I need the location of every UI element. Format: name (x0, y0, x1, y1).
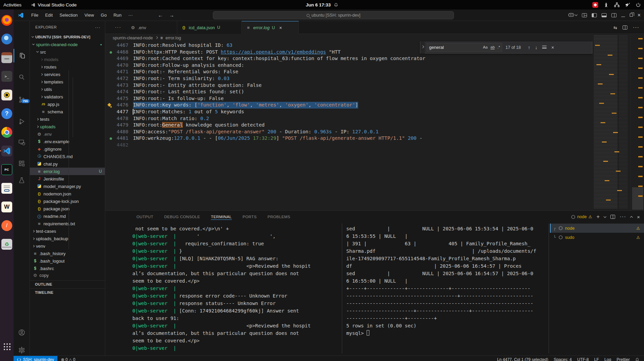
file--env-example[interactable]: $.env.example (30, 138, 105, 145)
activitybar-search-icon[interactable] (14, 71, 30, 84)
terminal-pane-node[interactable]: not seem to be covered.</p>\n' +0|web-se… (132, 225, 342, 352)
dock-item-show-applications[interactable] (1, 341, 12, 352)
activitybar-explorer-icon[interactable] (14, 49, 30, 62)
errors-count[interactable]: ⊗ 0 △ 0 (61, 357, 75, 361)
dock-item-chrome[interactable] (1, 127, 12, 138)
terminal-profile-dropdown-icon[interactable] (604, 215, 606, 218)
toggle-panel-icon[interactable] (602, 13, 607, 17)
menu-overflow-icon[interactable]: ··· (126, 12, 135, 19)
panel-tab-ports[interactable]: PORTS (243, 215, 257, 219)
statusbar-item[interactable]: LF (594, 357, 599, 361)
file--bashrc[interactable]: $.bashrc (30, 265, 105, 272)
file--bash-logout[interactable]: $.bash_logout (30, 257, 105, 265)
toggle-secondary-sidebar-icon[interactable] (611, 13, 617, 17)
tab-close-icon[interactable]: × (279, 25, 282, 31)
file-requirements-txt[interactable]: ≡requirements.txt (30, 220, 105, 227)
timeline-section[interactable]: TIMELINE (30, 288, 105, 296)
folder-services[interactable]: services (30, 71, 105, 78)
file--env[interactable]: ⚙.env (30, 130, 105, 138)
menu-file[interactable]: File (29, 12, 41, 19)
activitybar-settings-icon[interactable] (14, 343, 30, 357)
split-terminal-icon[interactable] (610, 215, 615, 219)
terminal-tab-sudo[interactable]: └sudo⚠ (550, 233, 644, 242)
activitybar-remote-explorer-icon[interactable] (14, 136, 30, 149)
focused-app-title[interactable]: Visual Studio Code (31, 2, 77, 7)
breadcrumb-folder[interactable]: spurrin-cleaned-node (113, 36, 153, 40)
folder-models[interactable]: models (30, 56, 105, 63)
find-toggle-replace-icon[interactable] (420, 41, 425, 54)
dock-item-document-viewer[interactable] (1, 183, 12, 194)
regex-icon[interactable]: .* (497, 45, 500, 50)
find-close-icon[interactable]: × (551, 45, 554, 50)
activities-button[interactable]: Activities (3, 2, 21, 7)
customize-layout-icon[interactable] (582, 13, 587, 17)
window-close-button[interactable]: × (638, 12, 641, 18)
file-app-js[interactable]: JSapp.js (30, 100, 105, 108)
folder-uploads-backup[interactable]: uploads_backup (30, 235, 105, 242)
terminal-tab-node[interactable]: ┌node⚠ (550, 224, 644, 233)
terminal-pane-sudo[interactable]: sed | NULL | 2025-06-06 15:53:54 | 2025-… (346, 225, 547, 337)
copilot-sparkle-icon[interactable] (107, 103, 113, 109)
activitybar-account-icon[interactable] (14, 326, 30, 339)
folder-templates[interactable]: templates (30, 78, 105, 86)
maximize-panel-icon[interactable] (630, 216, 633, 218)
file-jenkinsfile[interactable]: JJenkinsfile (30, 175, 105, 183)
editor[interactable]: 4467INFO:root:Resolved hospital ID: 6344… (105, 42, 592, 210)
close-panel-icon[interactable]: × (637, 214, 640, 220)
statusbar-item[interactable]: Spaces: 4 (554, 357, 572, 361)
statusbar-item[interactable]: UTF-8 (577, 357, 589, 361)
dock-item-thunderbird[interactable] (1, 34, 12, 44)
scrollbar-thumb[interactable] (632, 187, 643, 210)
tab--env[interactable]: ⚙.env (126, 21, 177, 34)
editor-more-actions-icon[interactable]: ··· (633, 24, 639, 31)
notifications-bell-icon[interactable] (635, 358, 639, 361)
file-chat-py[interactable]: chat.py (30, 160, 105, 168)
menu-edit[interactable]: Edit (42, 12, 55, 19)
folder-src[interactable]: src (30, 48, 105, 56)
statusbar-item[interactable]: Ln 4477, Col 1 (79 selected) (497, 357, 548, 361)
dock-item-trash[interactable]: ♻ (1, 239, 12, 250)
file-copy[interactable]: ⚙copy (30, 272, 105, 278)
folder-spurrin-cleaned-node[interactable]: spurrin-cleaned-node● (30, 41, 105, 48)
panel-tab-terminal[interactable]: TERMINAL (211, 215, 232, 220)
statusbar-item[interactable]: Log (604, 357, 611, 361)
outline-section[interactable]: OUTLINE (30, 280, 105, 288)
find-in-selection-icon[interactable] (542, 45, 547, 50)
explorer-actions-icon[interactable]: ··· (95, 25, 100, 30)
gnome-clock[interactable]: Jun 6 17:33 (306, 2, 338, 7)
folder-uploads[interactable]: uploads (30, 123, 105, 130)
match-case-icon[interactable]: Aa (483, 45, 487, 50)
window-restore-button[interactable] (630, 14, 633, 17)
panel-tab-debug-console[interactable]: DEBUG CONSOLE (164, 215, 200, 219)
file-error-log[interactable]: ≡error.logU (30, 168, 105, 175)
panel-more-actions-icon[interactable]: ··· (620, 214, 626, 220)
compare-changes-icon[interactable]: ⇆ (613, 25, 617, 30)
dock-item-help[interactable]: ? (1, 108, 12, 119)
find-previous-icon[interactable]: ↑ (528, 45, 530, 50)
toggle-primary-sidebar-icon[interactable] (592, 13, 597, 17)
tab-overflow-icon[interactable]: ··· (115, 24, 121, 31)
folder-routes[interactable]: routes (30, 63, 105, 71)
copilot-button[interactable] (568, 13, 577, 17)
file--gitignore[interactable]: ◆.gitignore (30, 145, 105, 153)
nav-forward-icon[interactable]: → (169, 12, 174, 18)
menu-selection[interactable]: Selection (57, 12, 80, 19)
find-next-icon[interactable]: ↓ (535, 45, 537, 50)
command-center-search[interactable]: ubuntu [SSH: spurrin-dev] (213, 11, 454, 19)
system-tray[interactable] (592, 2, 641, 8)
active-terminal-name[interactable]: node ⚠ (571, 214, 592, 219)
file-nodemon-json[interactable]: {}nodemon.json (30, 190, 105, 197)
folder-test-cases[interactable]: test-cases (30, 227, 105, 235)
activitybar-testing-icon[interactable] (14, 174, 30, 187)
folder-utils[interactable]: utils (30, 86, 105, 93)
activitybar-extensions-icon[interactable] (14, 157, 30, 170)
file-package-lock-json[interactable]: {}package-lock.json (30, 197, 105, 205)
window-minimize-button[interactable] (621, 13, 625, 17)
split-editor-icon[interactable] (623, 25, 627, 30)
folder-tests[interactable]: tests (30, 115, 105, 123)
file--bash-history[interactable]: ≡.bash_history (30, 250, 105, 257)
new-terminal-icon[interactable]: + (596, 214, 600, 220)
workspace-root[interactable]: UBUNTU [SSH: SPURRIN-DEV] (30, 33, 105, 41)
find-input[interactable]: general Aa ab .* (427, 43, 502, 52)
dock-item-firefox[interactable] (1, 15, 12, 26)
